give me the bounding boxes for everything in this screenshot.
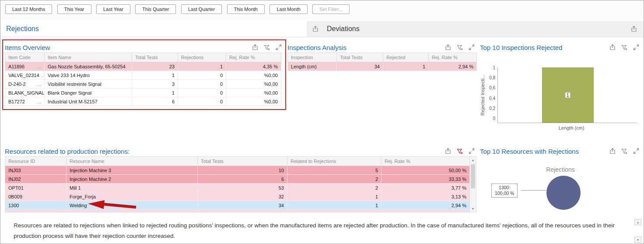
export-icon[interactable] (252, 44, 259, 51)
total-tests-cell[interactable]: 1 (132, 88, 178, 97)
tab-deviations[interactable]: Deviations (307, 21, 644, 37)
maximize-icon[interactable] (275, 44, 282, 51)
scroll-down-button[interactable]: ▼ (634, 237, 641, 243)
table-row-selected[interactable]: 1300 Welding 34 1 2,94 % (5, 201, 470, 210)
column-header-total-tests[interactable]: Total Tests (198, 157, 287, 166)
scroll-down-button[interactable]: ▼ (470, 205, 476, 212)
related-cell[interactable]: 2 (287, 184, 382, 192)
inspection-cell[interactable]: Length (cm) (288, 62, 337, 71)
related-cell[interactable]: 1 (287, 201, 382, 210)
rejections-cell[interactable]: 0 (178, 80, 226, 88)
scrollbar-thumb[interactable] (471, 164, 475, 188)
table-row[interactable]: A11896... Gas Nozzle Subassembly, 65-502… (5, 62, 281, 71)
column-header-item-name[interactable]: Item Name (45, 53, 132, 62)
filter-last-month-button[interactable]: Last Month (270, 4, 307, 14)
clear-filter-icon[interactable] (621, 44, 628, 51)
column-header-inspection[interactable]: Inspection (288, 53, 337, 62)
scroll-up-button[interactable]: ▲ (634, 219, 641, 225)
column-header-related-to-rejections[interactable]: Related to Rejections (287, 157, 382, 166)
table-row[interactable]: BLANK_SIGNAL... Blank Danger Signal 1 0 … (5, 88, 281, 97)
total-tests-cell[interactable]: 34 (198, 201, 287, 210)
filter-last-quarter-button[interactable]: Last Quarter (181, 4, 222, 14)
item-name-cell[interactable]: Gas Nozzle Subassembly, 65-50254 (45, 62, 132, 71)
table-row[interactable]: 0B009 Forge_Forja 32 1 3,13 % (5, 192, 470, 201)
ellipsis-button[interactable]: ... (37, 99, 41, 104)
total-tests-cell[interactable]: 6 (132, 97, 178, 106)
resource-id-cell[interactable]: 0B009 (5, 192, 66, 201)
filter-this-year-button[interactable]: This Year (57, 4, 91, 14)
resource-name-cell[interactable]: Welding (66, 201, 198, 210)
resource-name-cell[interactable]: Injection Machine 2 (66, 175, 198, 184)
column-header-rej-rate[interactable]: Rej. Rate % (429, 53, 477, 62)
item-code-cell[interactable]: A11896... (5, 62, 45, 71)
column-header-rej-rate[interactable]: Rej. Rate % (226, 53, 281, 62)
export-icon[interactable] (609, 148, 616, 155)
item-name-cell[interactable]: Blank Danger Signal (45, 88, 132, 97)
ellipsis-button[interactable]: ... (37, 64, 41, 69)
resource-id-cell[interactable]: 1300 (5, 201, 66, 210)
column-header-item-code[interactable]: Item Code (5, 53, 45, 62)
rejected-cell[interactable]: 1 (383, 62, 429, 71)
rej-rate-cell[interactable]: 3,77 % (382, 184, 470, 192)
rej-rate-cell[interactable]: 4,35 % (226, 62, 281, 71)
export-icon[interactable] (444, 44, 452, 51)
column-header-resource-id[interactable]: Resource ID (5, 157, 66, 166)
rejections-cell[interactable]: 0 (178, 71, 226, 80)
total-tests-cell[interactable]: 53 (198, 184, 287, 192)
filter-last-year-button[interactable]: Last Year (96, 4, 130, 14)
rej-rate-cell[interactable]: 2,94 % (429, 62, 477, 71)
table-row[interactable]: OPT01 Mill 1 53 2 3,77 % (5, 184, 470, 192)
ellipsis-button[interactable]: ... (41, 73, 45, 78)
rejections-cell[interactable]: 1 (178, 62, 226, 71)
export-icon[interactable] (444, 148, 452, 155)
item-code-cell[interactable]: D-240-2... (5, 80, 45, 88)
item-name-cell[interactable]: Industrial Unit M-52157 (45, 97, 132, 106)
maximize-icon[interactable] (468, 148, 475, 155)
rej-rate-cell[interactable]: %0,00 (226, 80, 281, 88)
filter-last-12-months-button[interactable]: Last 12 Months (5, 4, 52, 14)
column-header-rejected[interactable]: Rejected (383, 53, 429, 62)
bar-length-cm[interactable]: 1 (542, 67, 594, 123)
resource-name-cell[interactable]: Injection Machine 3 (66, 166, 198, 175)
set-filter-button[interactable]: Set Filter... (312, 4, 350, 14)
clear-filter-icon[interactable] (263, 44, 270, 51)
clear-filter-icon[interactable] (621, 148, 628, 155)
rej-rate-cell[interactable]: %0,00 (226, 71, 281, 80)
related-cell[interactable]: 1 (287, 192, 382, 201)
total-tests-cell[interactable]: 117 (198, 210, 287, 213)
total-tests-cell[interactable]: 3 (132, 80, 178, 88)
column-header-total-tests[interactable]: Total Tests (337, 53, 383, 62)
rej-rate-cell[interactable]: %0,00 (226, 88, 281, 97)
total-tests-cell[interactable]: 23 (132, 62, 178, 71)
filter-this-quarter-button[interactable]: This Quarter (135, 4, 176, 14)
column-header-rejections[interactable]: Rejections (178, 53, 226, 62)
item-code-cell[interactable]: VALVE_02314... (5, 71, 45, 80)
table-row[interactable]: Length (cm) 34 1 2,94 % (288, 62, 477, 71)
clear-filter-icon[interactable] (456, 148, 463, 155)
total-tests-cell[interactable]: 10 (198, 166, 287, 175)
scroll-up-button[interactable]: ▲ (470, 157, 476, 163)
resource-name-cell[interactable]: Production Line 1 (66, 210, 198, 213)
item-name-cell[interactable]: Visibilité restreinte Signal (45, 80, 132, 88)
table-row[interactable]: INJ02 Injection Machine 2 6 2 33,33 % (5, 175, 470, 184)
maximize-icon[interactable] (633, 44, 640, 51)
item-code-cell[interactable]: B17272... (5, 97, 45, 106)
tab-rejections[interactable]: Rejections (0, 21, 307, 37)
rej-rate-cell[interactable]: 2,65 % (382, 210, 470, 213)
maximize-icon[interactable] (468, 44, 475, 51)
export-icon[interactable] (609, 44, 616, 51)
total-tests-cell[interactable]: 32 (198, 192, 287, 201)
total-tests-cell[interactable]: 34 (337, 62, 383, 71)
resource-id-cell[interactable]: OPT01 (5, 184, 66, 192)
table-row[interactable]: OPTN1 Production Line 1 117 3 2,65 % (5, 210, 470, 213)
resource-name-cell[interactable]: Forge_Forja (66, 192, 198, 201)
item-name-cell[interactable]: Valve 233 14 Hydro (45, 71, 132, 80)
table-row[interactable]: B17272... Industrial Unit M-52157 6 0 %0… (5, 97, 281, 106)
rej-rate-cell[interactable]: 2,94 % (382, 201, 470, 210)
column-header-total-tests[interactable]: Total Tests (132, 53, 178, 62)
vertical-scrollbar[interactable]: ▲ ▼ (469, 156, 476, 212)
resource-name-cell[interactable]: Mill 1 (66, 184, 198, 192)
export-icon[interactable] (312, 25, 319, 32)
maximize-icon[interactable] (633, 148, 640, 155)
rejections-cell[interactable]: 0 (178, 88, 226, 97)
